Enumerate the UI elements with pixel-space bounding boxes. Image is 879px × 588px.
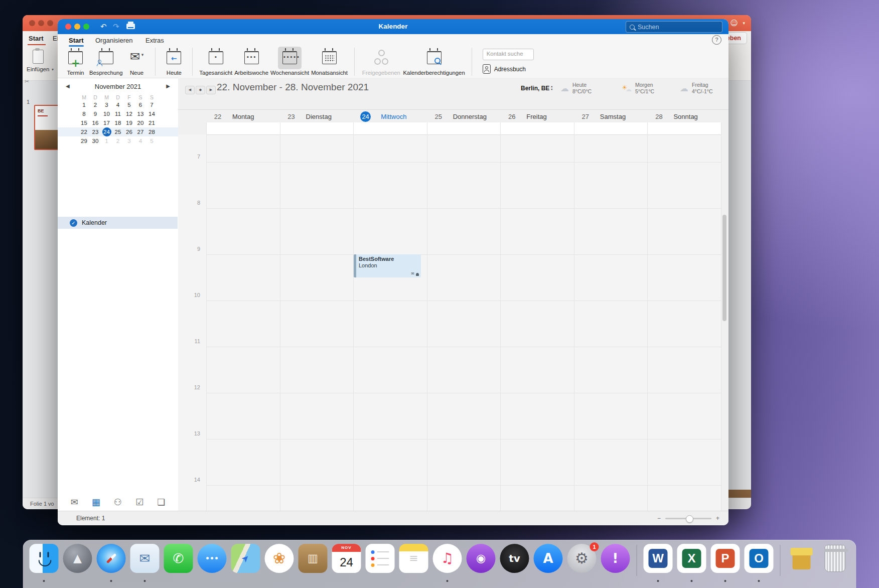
calendar-icon[interactable]: NOV24 xyxy=(332,544,361,573)
module-tasks-icon[interactable]: ☑ xyxy=(135,498,143,507)
day-header-dienstag[interactable]: 23Dienstag xyxy=(280,110,354,123)
dock-item-feedback-assistant[interactable]: ! xyxy=(600,544,631,583)
ppt-tab-start[interactable]: Start xyxy=(29,35,44,42)
minical-day-1[interactable]: 1 xyxy=(101,136,112,145)
vertical-scrollbar[interactable] xyxy=(722,215,726,321)
ribbon-button-tagesansicht[interactable]: •Tagesansicht xyxy=(199,47,232,77)
minical-day-7[interactable]: 7 xyxy=(146,100,158,109)
ribbon-button-besprechung[interactable]: Besprechung xyxy=(89,47,123,77)
day-header-montag[interactable]: 22Montag xyxy=(206,110,280,123)
zoom-slider-thumb[interactable] xyxy=(686,515,693,523)
minical-day-13[interactable]: 13 xyxy=(135,109,146,118)
minical-day-22[interactable]: 22 xyxy=(78,127,90,136)
minical-day-5[interactable]: 5 xyxy=(146,136,158,145)
minical-next-icon[interactable]: ▶ xyxy=(166,83,170,89)
dock-item-appstore[interactable]: A xyxy=(533,544,564,583)
module-people-icon[interactable]: ⚇ xyxy=(114,498,122,507)
dock-item-maps[interactable]: ➤ xyxy=(230,544,261,583)
ribbon-button-termin[interactable]: +Termin xyxy=(64,47,87,77)
minical-day-4[interactable]: 4 xyxy=(112,100,124,109)
chevron-down-icon[interactable]: ▾ xyxy=(141,52,144,57)
day-header-mittwoch[interactable]: 24Mittwoch xyxy=(353,110,427,123)
minical-day-30[interactable]: 30 xyxy=(90,136,101,145)
trash-icon[interactable] xyxy=(821,544,850,573)
minical-day-18[interactable]: 18 xyxy=(112,118,124,127)
dock-item-calendar[interactable]: NOV24 xyxy=(331,544,362,583)
minical-day-29[interactable]: 29 xyxy=(78,136,90,145)
outlook-titlebar[interactable]: ↶ ↷ Kalender Suchen xyxy=(58,19,728,34)
dock-item-launchpad[interactable]: ▲ xyxy=(62,544,93,583)
dock-item-finder[interactable] xyxy=(29,544,60,583)
calendar-check-icon[interactable]: ✓ xyxy=(70,219,77,227)
feedback-assistant-icon[interactable]: ! xyxy=(601,544,630,573)
outlook-icon[interactable]: O xyxy=(745,544,774,573)
minical-day-27[interactable]: 27 xyxy=(135,127,146,136)
minical-day-25[interactable]: 25 xyxy=(112,127,124,136)
ribbon-button-wochenansicht[interactable]: •••••Wochenansicht xyxy=(270,47,309,77)
minical-day-2[interactable]: 2 xyxy=(90,100,101,109)
zoom-in-button[interactable]: + xyxy=(716,515,719,522)
cut-icon[interactable]: ✂ xyxy=(25,78,29,85)
ribbon-button-kalenderberechtigungen[interactable]: Kalenderberechtigungen xyxy=(403,47,465,77)
minical-day-6[interactable]: 6 xyxy=(135,100,146,109)
dock-item-messages[interactable]: ••• xyxy=(197,544,228,583)
dock-item-photos[interactable]: ❀ xyxy=(264,544,295,583)
paste-caret-icon[interactable]: ▾ xyxy=(52,67,54,72)
calendar-grid[interactable] xyxy=(178,134,721,511)
search-field[interactable]: Suchen xyxy=(626,21,722,33)
minical-day-26[interactable]: 26 xyxy=(123,127,135,136)
day-header-samstag[interactable]: 27Samstag xyxy=(574,110,648,123)
dock-item-notes[interactable]: ≡ xyxy=(398,544,429,583)
minical-day-23[interactable]: 23 xyxy=(90,127,101,136)
minical-day-17[interactable]: 17 xyxy=(101,118,112,127)
reminders-icon[interactable] xyxy=(366,544,395,573)
ribbon-button-heute[interactable]: ←Heute xyxy=(162,47,186,77)
module-notes-icon[interactable]: ❏ xyxy=(157,498,165,507)
minical-day-4[interactable]: 4 xyxy=(135,136,146,145)
dock-item-tv[interactable]: tv xyxy=(499,544,530,583)
outlook-window[interactable]: ↶ ↷ Kalender Suchen Start Organisieren E… xyxy=(58,19,728,525)
excel-icon[interactable]: X xyxy=(677,544,706,573)
minical-day-15[interactable]: 15 xyxy=(78,118,90,127)
day-header-freitag[interactable]: 26Freitag xyxy=(500,110,574,123)
dock-item-excel[interactable]: X xyxy=(676,544,707,583)
minical-day-20[interactable]: 20 xyxy=(135,118,146,127)
dock-item-system-preferences[interactable]: ⚙1 xyxy=(566,544,598,583)
minical-day-19[interactable]: 19 xyxy=(123,118,135,127)
finder-icon[interactable] xyxy=(30,544,59,573)
dock-item-word[interactable]: W xyxy=(643,544,674,583)
module-mail-icon[interactable]: ✉ xyxy=(71,498,78,507)
dock-item-mail[interactable]: ✉ xyxy=(129,544,161,583)
powerpoint-icon[interactable]: P xyxy=(711,544,740,573)
tab-organisieren[interactable]: Organisieren xyxy=(95,37,132,44)
tab-extras[interactable]: Extras xyxy=(145,37,164,44)
zoom-out-button[interactable]: − xyxy=(657,515,661,522)
feedback-smiley-icon[interactable]: ☺ xyxy=(730,19,738,28)
zoom-slider[interactable] xyxy=(665,518,711,519)
minical-day-2[interactable]: 2 xyxy=(112,136,124,145)
maps-icon[interactable]: ➤ xyxy=(231,544,260,573)
facetime-icon[interactable]: ✆ xyxy=(164,544,193,573)
package-icon[interactable] xyxy=(787,544,816,573)
minical-day-11[interactable]: 11 xyxy=(112,109,124,118)
contacts-icon[interactable]: ▥ xyxy=(299,544,328,573)
minical-day-3[interactable]: 3 xyxy=(101,100,112,109)
minical-day-28[interactable]: 28 xyxy=(146,127,158,136)
dock-item-powerpoint[interactable]: P xyxy=(710,544,741,583)
ribbon-button-monatsansicht[interactable]: Monatsansicht xyxy=(311,47,348,77)
appstore-icon[interactable]: A xyxy=(534,544,563,573)
messages-icon[interactable]: ••• xyxy=(198,544,227,573)
ppt-close-button[interactable] xyxy=(29,20,35,26)
event-bestsoftware[interactable]: BestSoftware London ✉ xyxy=(354,254,421,277)
dock-item-reminders[interactable] xyxy=(365,544,396,583)
launchpad-icon[interactable]: ▲ xyxy=(63,544,92,573)
safari-icon[interactable] xyxy=(97,544,126,573)
dock-item-safari[interactable] xyxy=(96,544,127,583)
podcasts-icon[interactable]: ◉ xyxy=(467,544,496,573)
word-icon[interactable]: W xyxy=(644,544,673,573)
minical-day-21[interactable]: 21 xyxy=(146,118,158,127)
notes-icon[interactable]: ≡ xyxy=(399,544,428,573)
dock-item-podcasts[interactable]: ◉ xyxy=(466,544,497,583)
module-calendar-icon[interactable]: ▦ xyxy=(92,498,100,507)
dock-item-music[interactable]: ♫ xyxy=(432,544,463,583)
